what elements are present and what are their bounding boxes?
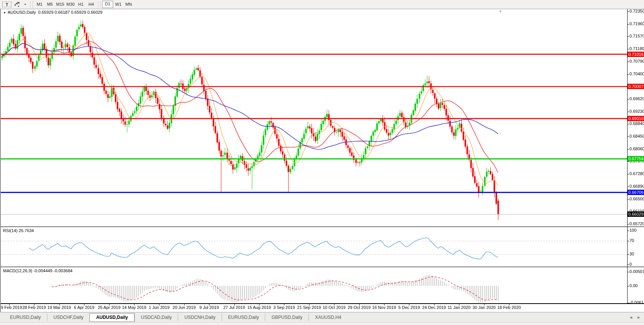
timeframe-button-m5[interactable]: M5 [45, 1, 55, 8]
rsi-axis-tick: 100 [629, 228, 636, 232]
chart-tab-usdcnh-daily[interactable]: USDCNH,Daily [178, 314, 221, 321]
symbol-period-label: AUDUSD,Daily [8, 10, 36, 15]
price-axis-tick: 0.70790 [629, 59, 644, 63]
level-price-badge: 0.70007 [628, 84, 644, 89]
window-left-edge [0, 9, 1, 312]
date-axis-label: 19 Mar 2019 [47, 305, 71, 310]
price-axis-tick: 0.71960 [629, 21, 644, 26]
date-axis-label: 27 Jul 2019 [223, 305, 245, 310]
date-axis-label: 24 Dec 2019 [422, 305, 446, 310]
price-axis-tick: 0.71570 [629, 34, 644, 38]
date-axis-label: 28 Feb 2019 [23, 305, 46, 310]
date-axis-label: 11 Jan 2020 [448, 305, 470, 310]
timeframe-button-d1[interactable]: D1 [102, 1, 113, 8]
level-price-badge: 0.66706 [628, 190, 644, 195]
level-price-badge: 0.69010 [628, 116, 644, 121]
chart-tab-usdcad-daily[interactable]: USDCAD,Daily [135, 314, 178, 321]
price-axis-tick: 0.66500 [629, 197, 644, 201]
date-axis-label: 5 Dec 2019 [398, 305, 420, 310]
timeframe-button-mn[interactable]: MN [123, 1, 134, 8]
indicators-dropdown-caret[interactable]: ▾ [23, 1, 28, 8]
chart-title: ▼AUDUSD,Daily 0.65929 0.66187 0.65929 0.… [3, 10, 102, 15]
current-price-badge: 0.66029 [628, 211, 644, 217]
date-axis-label: 16 Nov 2019 [372, 305, 396, 310]
chart-tab-usdchf-daily[interactable]: USDCHF,Daily [47, 314, 90, 321]
date-axis-label: 10 Oct 2019 [323, 305, 346, 310]
chart-tab-audusd-daily[interactable]: AUDUSD,Daily [89, 313, 134, 322]
timeframe-button-w1[interactable]: W1 [113, 1, 123, 8]
price-axis-tick: 0.68060 [629, 146, 644, 151]
macd-axis-tick: 0.00 [629, 283, 638, 288]
macd-label: MACD(12,26,9) -0.004449 -0.003684 [3, 268, 73, 273]
indicators-icon [14, 2, 20, 7]
chart-tab-eurusd-daily[interactable]: EURUSD,Daily [222, 314, 265, 321]
chart-tab-eurusd-daily[interactable]: EURUSD,Daily [4, 314, 47, 321]
price-axis-tick: 0.67280 [629, 171, 644, 176]
date-axis-label: 6 Apr 2019 [74, 305, 94, 310]
price-axis-tick: 0.65720 [629, 221, 644, 226]
timeframe-button-m1[interactable]: M1 [34, 1, 45, 8]
timeframe-button-m30[interactable]: M30 [65, 1, 76, 8]
indicators-button[interactable] [12, 1, 21, 8]
timeframe-button-h4[interactable]: H4 [86, 1, 96, 8]
price-chart-canvas[interactable] [0, 0, 644, 325]
price-axis-tick: 0.69620 [629, 96, 644, 101]
date-axis-label: 29 Oct 2019 [348, 305, 371, 310]
collapse-triangle-icon[interactable]: ▼ [3, 11, 6, 15]
price-axis-tick: 0.69230 [629, 109, 644, 114]
rsi-axis-tick: 30 [629, 252, 634, 256]
ohlc-values: 0.65929 0.66187 0.65929 0.66029 [38, 10, 102, 15]
price-axis-tick: 0.68840 [629, 121, 644, 126]
chart-shift-marker[interactable]: ▼ [499, 10, 502, 13]
date-axis-label: 20 Jun 2019 [173, 305, 196, 310]
date-axis-label: 3 Sep 2019 [273, 305, 295, 310]
toolbar-separator [30, 2, 33, 8]
chart-tab-bar: EURUSD,DailyUSDCHF,DailyAUDUSD,DailyUSDC… [0, 312, 644, 322]
price-axis-tick: 0.71180 [629, 46, 644, 51]
tab-scroll-right-icon[interactable]: ▶ [638, 315, 640, 319]
chart-tab-gbpusd-daily[interactable]: GBPUSD,Daily [265, 314, 308, 321]
date-axis-label: 25 Apr 2019 [98, 305, 120, 310]
status-strip [0, 322, 644, 325]
chart-tab-xauusd-h4[interactable]: XAUUSD,H4 [308, 314, 347, 321]
level-price-badge: 0.67754 [628, 156, 644, 161]
macd-axis-tick: -0.006148 [629, 300, 644, 305]
date-axis-label: 9 Jul 2019 [200, 305, 219, 310]
date-axis-label: 9 Feb 2019 [1, 305, 22, 310]
date-axis-label: 15 Aug 2019 [247, 305, 271, 310]
macd-axis-tick: 0.005076 [629, 269, 644, 274]
date-axis-label: 1 Jun 2019 [149, 305, 169, 310]
price-axis-tick: 0.72350 [629, 9, 644, 13]
timeframe-button-m15[interactable]: M15 [55, 1, 65, 8]
toolbar-separator [98, 2, 101, 8]
date-axis-label: 30 Jan 2020 [472, 305, 496, 310]
timeframe-button-h1[interactable]: H1 [76, 1, 86, 8]
toolbar: T ▾ M1M5M15M30H1H4D1W1MN [0, 0, 644, 9]
price-axis-tick: 0.66890 [629, 184, 644, 188]
rsi-label: RSI(14) 25.7634 [3, 228, 34, 233]
date-axis-label: 14 May 2019 [122, 305, 146, 310]
text-tool-button[interactable]: T [2, 2, 11, 7]
rsi-axis-tick: 0 [629, 262, 632, 266]
price-axis-tick: 0.70400 [629, 72, 644, 76]
mt4-window: T ▾ M1M5M15M30H1H4D1W1MN ▼AUDUSD,Daily 0… [0, 0, 644, 325]
date-axis-label: 18 Feb 2020 [497, 305, 521, 310]
level-price-badge: 0.71016 [628, 52, 644, 57]
tab-scroll-left-icon[interactable]: ◀ [629, 315, 632, 319]
price-axis-tick: 0.68450 [629, 134, 644, 138]
date-axis-label: 21 Sep 2019 [297, 305, 321, 310]
rsi-axis-tick: 70 [629, 238, 634, 243]
